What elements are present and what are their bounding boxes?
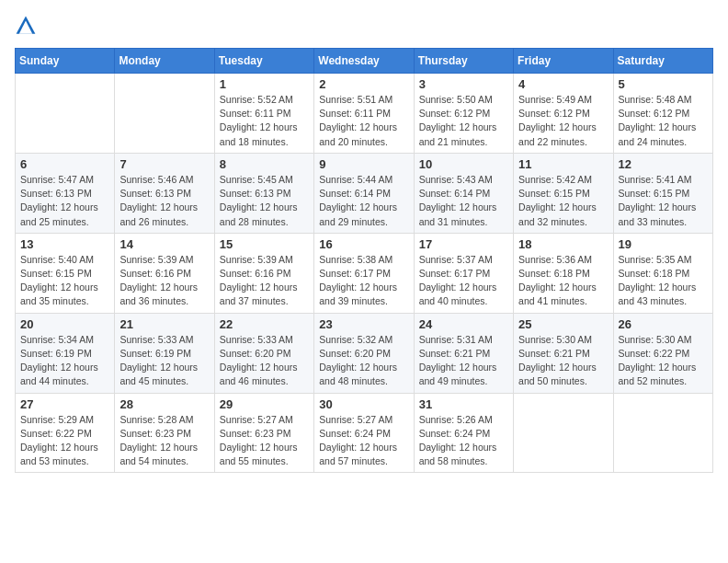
sunrise-text: Sunrise: 5:39 AM: [220, 253, 309, 267]
sunset-text: Sunset: 6:23 PM: [220, 427, 309, 441]
day-number: 21: [119, 317, 209, 331]
sunrise-text: Sunrise: 5:42 AM: [518, 173, 608, 187]
calendar-cell: 3Sunrise: 5:50 AMSunset: 6:12 PMDaylight…: [414, 74, 513, 154]
weekday-header-cell: Thursday: [414, 49, 513, 74]
daylight-text: Daylight: 12 hours and 32 minutes.: [518, 201, 608, 228]
sunset-text: Sunset: 6:19 PM: [119, 347, 209, 361]
day-info: Sunrise: 5:28 AMSunset: 6:23 PMDaylight:…: [119, 413, 209, 469]
weekday-header-cell: Wednesday: [314, 49, 414, 74]
day-number: 3: [419, 77, 508, 91]
day-number: 18: [518, 237, 608, 251]
sunset-text: Sunset: 6:12 PM: [518, 107, 608, 121]
calendar-cell: 23Sunrise: 5:32 AMSunset: 6:20 PMDayligh…: [314, 313, 414, 393]
calendar-week-row: 1Sunrise: 5:52 AMSunset: 6:11 PMDaylight…: [16, 74, 713, 154]
daylight-text: Daylight: 12 hours and 25 minutes.: [20, 201, 109, 228]
sunset-text: Sunset: 6:23 PM: [119, 427, 209, 441]
page-header: [15, 15, 713, 37]
day-number: 17: [419, 237, 508, 251]
daylight-text: Daylight: 12 hours and 24 minutes.: [619, 121, 708, 148]
day-info: Sunrise: 5:36 AMSunset: 6:18 PMDaylight:…: [518, 253, 608, 309]
calendar-week-row: 20Sunrise: 5:34 AMSunset: 6:19 PMDayligh…: [16, 313, 713, 393]
calendar-cell: 30Sunrise: 5:27 AMSunset: 6:24 PMDayligh…: [314, 393, 414, 473]
calendar-cell: 22Sunrise: 5:33 AMSunset: 6:20 PMDayligh…: [214, 313, 313, 393]
calendar-cell: 6Sunrise: 5:47 AMSunset: 6:13 PMDaylight…: [16, 153, 115, 233]
calendar-cell: 18Sunrise: 5:36 AMSunset: 6:18 PMDayligh…: [514, 233, 613, 313]
sunrise-text: Sunrise: 5:50 AM: [419, 93, 508, 107]
sunrise-text: Sunrise: 5:26 AM: [419, 413, 508, 427]
sunset-text: Sunset: 6:18 PM: [619, 267, 708, 281]
day-number: 13: [20, 237, 109, 251]
weekday-header-cell: Friday: [514, 49, 613, 74]
sunset-text: Sunset: 6:16 PM: [119, 267, 209, 281]
day-info: Sunrise: 5:40 AMSunset: 6:15 PMDaylight:…: [20, 253, 109, 309]
sunset-text: Sunset: 6:13 PM: [20, 187, 109, 201]
calendar-cell: 13Sunrise: 5:40 AMSunset: 6:15 PMDayligh…: [16, 233, 115, 313]
daylight-text: Daylight: 12 hours and 55 minutes.: [220, 441, 309, 468]
calendar-week-row: 27Sunrise: 5:29 AMSunset: 6:22 PMDayligh…: [16, 393, 713, 473]
sunset-text: Sunset: 6:17 PM: [419, 267, 508, 281]
logo: [15, 15, 40, 37]
day-info: Sunrise: 5:42 AMSunset: 6:15 PMDaylight:…: [518, 173, 608, 229]
sunset-text: Sunset: 6:24 PM: [319, 427, 408, 441]
day-info: Sunrise: 5:50 AMSunset: 6:12 PMDaylight:…: [419, 93, 508, 149]
calendar-cell: [16, 74, 115, 154]
daylight-text: Daylight: 12 hours and 46 minutes.: [220, 361, 309, 388]
day-number: 4: [518, 77, 608, 91]
daylight-text: Daylight: 12 hours and 35 minutes.: [20, 281, 109, 308]
weekday-header-cell: Tuesday: [214, 49, 313, 74]
day-number: 11: [518, 157, 608, 171]
daylight-text: Daylight: 12 hours and 45 minutes.: [119, 361, 209, 388]
calendar-cell: 19Sunrise: 5:35 AMSunset: 6:18 PMDayligh…: [613, 233, 712, 313]
day-info: Sunrise: 5:31 AMSunset: 6:21 PMDaylight:…: [419, 333, 508, 389]
calendar-cell: 8Sunrise: 5:45 AMSunset: 6:13 PMDaylight…: [214, 153, 313, 233]
daylight-text: Daylight: 12 hours and 22 minutes.: [518, 121, 608, 148]
calendar-cell: [613, 393, 712, 473]
sunrise-text: Sunrise: 5:31 AM: [419, 333, 508, 347]
day-info: Sunrise: 5:37 AMSunset: 6:17 PMDaylight:…: [419, 253, 508, 309]
sunset-text: Sunset: 6:14 PM: [319, 187, 408, 201]
day-number: 5: [619, 77, 708, 91]
sunrise-text: Sunrise: 5:33 AM: [220, 333, 309, 347]
calendar-cell: 15Sunrise: 5:39 AMSunset: 6:16 PMDayligh…: [214, 233, 313, 313]
calendar-body: 1Sunrise: 5:52 AMSunset: 6:11 PMDaylight…: [16, 74, 713, 473]
sunrise-text: Sunrise: 5:37 AM: [419, 253, 508, 267]
logo-icon: [15, 15, 37, 37]
sunset-text: Sunset: 6:24 PM: [419, 427, 508, 441]
calendar-cell: 2Sunrise: 5:51 AMSunset: 6:11 PMDaylight…: [314, 74, 414, 154]
calendar-cell: 27Sunrise: 5:29 AMSunset: 6:22 PMDayligh…: [16, 393, 115, 473]
sunrise-text: Sunrise: 5:52 AM: [220, 93, 309, 107]
daylight-text: Daylight: 12 hours and 39 minutes.: [319, 281, 408, 308]
daylight-text: Daylight: 12 hours and 43 minutes.: [619, 281, 708, 308]
calendar-cell: 12Sunrise: 5:41 AMSunset: 6:15 PMDayligh…: [613, 153, 712, 233]
calendar-cell: 16Sunrise: 5:38 AMSunset: 6:17 PMDayligh…: [314, 233, 414, 313]
weekday-header-cell: Monday: [115, 49, 214, 74]
day-info: Sunrise: 5:32 AMSunset: 6:20 PMDaylight:…: [319, 333, 408, 389]
day-info: Sunrise: 5:48 AMSunset: 6:12 PMDaylight:…: [619, 93, 708, 149]
daylight-text: Daylight: 12 hours and 29 minutes.: [319, 201, 408, 228]
weekday-header-row: SundayMondayTuesdayWednesdayThursdayFrid…: [16, 49, 713, 74]
day-number: 2: [319, 77, 408, 91]
sunset-text: Sunset: 6:22 PM: [619, 347, 708, 361]
daylight-text: Daylight: 12 hours and 33 minutes.: [619, 201, 708, 228]
sunrise-text: Sunrise: 5:40 AM: [20, 253, 109, 267]
sunset-text: Sunset: 6:20 PM: [220, 347, 309, 361]
calendar-cell: 26Sunrise: 5:30 AMSunset: 6:22 PMDayligh…: [613, 313, 712, 393]
sunrise-text: Sunrise: 5:30 AM: [518, 333, 608, 347]
day-info: Sunrise: 5:39 AMSunset: 6:16 PMDaylight:…: [119, 253, 209, 309]
daylight-text: Daylight: 12 hours and 54 minutes.: [119, 441, 209, 468]
sunrise-text: Sunrise: 5:46 AM: [119, 173, 209, 187]
daylight-text: Daylight: 12 hours and 36 minutes.: [119, 281, 209, 308]
daylight-text: Daylight: 12 hours and 57 minutes.: [319, 441, 408, 468]
day-info: Sunrise: 5:26 AMSunset: 6:24 PMDaylight:…: [419, 413, 508, 469]
day-info: Sunrise: 5:39 AMSunset: 6:16 PMDaylight:…: [220, 253, 309, 309]
sunrise-text: Sunrise: 5:33 AM: [119, 333, 209, 347]
daylight-text: Daylight: 12 hours and 20 minutes.: [319, 121, 408, 148]
weekday-header-cell: Saturday: [613, 49, 712, 74]
sunrise-text: Sunrise: 5:48 AM: [619, 93, 708, 107]
sunrise-text: Sunrise: 5:47 AM: [20, 173, 109, 187]
day-number: 23: [319, 317, 408, 331]
daylight-text: Daylight: 12 hours and 31 minutes.: [419, 201, 508, 228]
sunrise-text: Sunrise: 5:34 AM: [20, 333, 109, 347]
day-info: Sunrise: 5:35 AMSunset: 6:18 PMDaylight:…: [619, 253, 708, 309]
daylight-text: Daylight: 12 hours and 26 minutes.: [119, 201, 209, 228]
